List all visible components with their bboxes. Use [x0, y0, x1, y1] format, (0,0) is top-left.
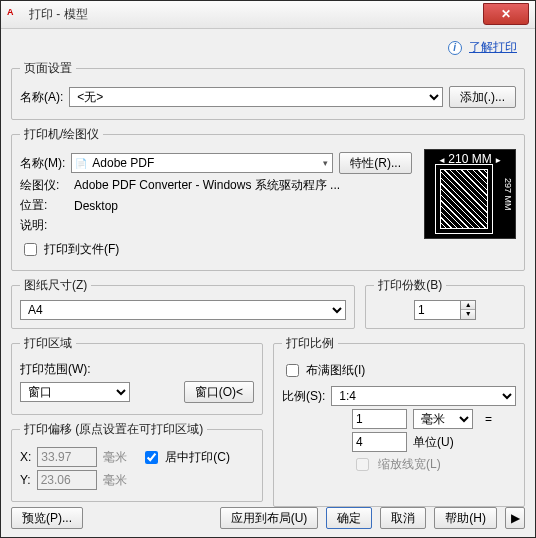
scale-lineweights-checkbox: [356, 458, 369, 471]
cancel-button[interactable]: 取消: [380, 507, 426, 529]
fit-to-paper-checkbox[interactable]: [286, 364, 299, 377]
offset-y-label: Y:: [20, 473, 31, 487]
location-label: 位置:: [20, 197, 68, 214]
page-setup-add-button[interactable]: 添加(.)...: [449, 86, 516, 108]
print-scale-legend: 打印比例: [282, 335, 338, 352]
copies-legend: 打印份数(B): [374, 277, 446, 294]
plot-dialog: A 打印 - 模型 ✕ i 了解打印 页面设置 名称(A): <无> 添加(.)…: [0, 0, 536, 538]
apply-to-layout-button[interactable]: 应用到布局(U): [220, 507, 319, 529]
learn-row: i 了解打印: [11, 37, 525, 60]
help-button[interactable]: 帮助(H): [434, 507, 497, 529]
location-value: Desktop: [74, 199, 118, 213]
printer-group: 打印机/绘图仪 名称(M): 📄 Adobe PDF ▾ 特性(R)... 绘图…: [11, 126, 525, 271]
scale-label: 比例(S):: [282, 388, 325, 405]
copies-input[interactable]: [414, 300, 460, 320]
print-scale-group: 打印比例 布满图纸(I) 比例(S): 1:4 毫米: [273, 335, 525, 507]
offset-y-input: [37, 470, 97, 490]
center-plot-checkbox[interactable]: [145, 451, 158, 464]
scale-unit-select[interactable]: 毫米: [413, 409, 473, 429]
offset-y-unit: 毫米: [103, 472, 127, 489]
dialog-body: i 了解打印 页面设置 名称(A): <无> 添加(.)... 打印机/绘图仪 …: [1, 29, 535, 537]
scale-select[interactable]: 1:4: [331, 386, 516, 406]
offset-x-input: [37, 447, 97, 467]
plotter-value: Adobe PDF Converter - Windows 系统驱动程序 ...: [74, 177, 340, 194]
copies-spinner[interactable]: ▲ ▼: [414, 300, 476, 320]
dialog-footer: 预览(P)... 应用到布局(U) 确定 取消 帮助(H) ▶: [11, 507, 525, 529]
paper-height-label: 297 MM: [503, 150, 513, 238]
center-plot-label: 居中打印(C): [165, 449, 230, 466]
print-area-group: 打印区域 打印范围(W): 窗口 窗口(O)<: [11, 335, 263, 415]
info-icon: i: [448, 41, 462, 55]
scale-numerator-input[interactable]: [352, 409, 407, 429]
print-offset-group: 打印偏移 (原点设置在可打印区域) X: 毫米 居中打印(C) Y: 毫米: [11, 421, 263, 502]
page-setup-legend: 页面设置: [20, 60, 76, 77]
printer-name-label: 名称(M):: [20, 155, 65, 172]
copies-group: 打印份数(B) ▲ ▼: [365, 277, 525, 329]
description-label: 说明:: [20, 217, 68, 234]
print-to-file-label: 打印到文件(F): [44, 241, 119, 258]
printer-name-select[interactable]: 📄 Adobe PDF ▾: [71, 153, 333, 173]
printer-legend: 打印机/绘图仪: [20, 126, 103, 143]
close-button[interactable]: ✕: [483, 3, 529, 25]
page-setup-name-select[interactable]: <无>: [69, 87, 442, 107]
drawing-unit-label: 单位(U): [413, 434, 454, 451]
print-range-label: 打印范围(W):: [20, 361, 91, 378]
window-title: 打印 - 模型: [29, 6, 483, 23]
close-icon: ✕: [501, 7, 511, 21]
print-offset-legend: 打印偏移 (原点设置在可打印区域): [20, 421, 207, 438]
pdf-icon: 📄: [74, 156, 88, 170]
paper-size-legend: 图纸尺寸(Z): [20, 277, 91, 294]
offset-x-label: X:: [20, 450, 31, 464]
learn-about-plotting-link[interactable]: 了解打印: [469, 40, 517, 54]
printer-name-value: Adobe PDF: [92, 156, 154, 170]
copies-down[interactable]: ▼: [461, 310, 475, 319]
paper-preview: ◄ 210 MM ► 297 MM: [424, 149, 516, 239]
expand-button[interactable]: ▶: [505, 507, 525, 529]
app-icon: A: [7, 7, 23, 23]
offset-x-unit: 毫米: [103, 449, 127, 466]
window-pick-button[interactable]: 窗口(O)<: [184, 381, 254, 403]
print-area-legend: 打印区域: [20, 335, 76, 352]
print-range-select[interactable]: 窗口: [20, 382, 130, 402]
page-setup-name-label: 名称(A):: [20, 89, 63, 106]
titlebar: A 打印 - 模型 ✕: [1, 1, 535, 29]
scale-denominator-input[interactable]: [352, 432, 407, 452]
scale-lineweights-label: 缩放线宽(L): [378, 456, 441, 473]
paper-size-select[interactable]: A4: [20, 300, 346, 320]
paper-hatch: [440, 169, 488, 229]
fit-to-paper-label: 布满图纸(I): [306, 362, 365, 379]
chevron-down-icon: ▾: [323, 158, 330, 168]
copies-up[interactable]: ▲: [461, 301, 475, 310]
equals-sign: =: [485, 412, 492, 426]
print-to-file-checkbox[interactable]: [24, 243, 37, 256]
ok-button[interactable]: 确定: [326, 507, 372, 529]
paper-size-group: 图纸尺寸(Z) A4: [11, 277, 355, 329]
preview-button[interactable]: 预览(P)...: [11, 507, 83, 529]
printer-properties-button[interactable]: 特性(R)...: [339, 152, 412, 174]
plotter-label: 绘图仪:: [20, 177, 68, 194]
page-setup-group: 页面设置 名称(A): <无> 添加(.)...: [11, 60, 525, 120]
chevron-right-icon: ▶: [511, 511, 520, 525]
paper-page: [435, 164, 493, 234]
